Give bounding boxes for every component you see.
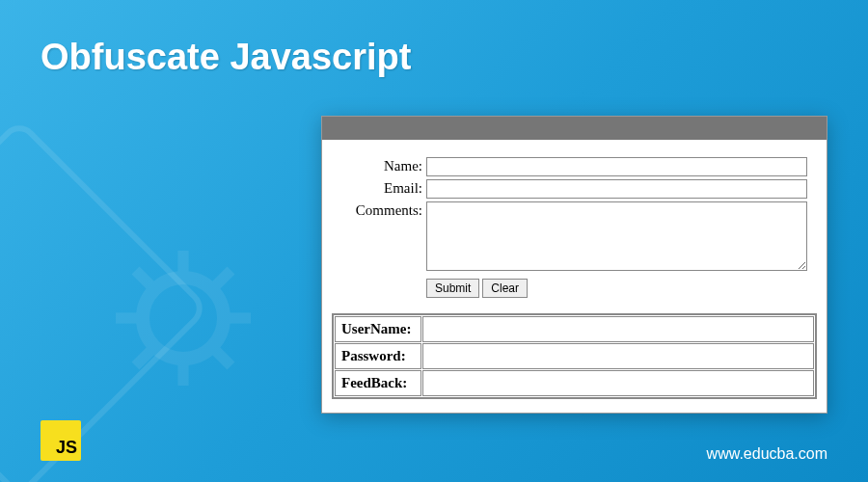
svg-rect-3 [116,312,140,323]
name-row: Name: [341,157,807,176]
js-logo-text: JS [56,438,77,458]
comments-label: Comments: [341,201,426,271]
username-value [422,316,814,342]
form-area: Name: Email: Comments: Submit Clear [322,140,827,313]
form-panel: Name: Email: Comments: Submit Clear User… [321,116,827,414]
password-label: Password: [335,343,421,369]
comments-textarea[interactable] [426,201,807,271]
email-label: Email: [341,179,426,199]
name-label: Name: [341,157,426,176]
email-input[interactable] [426,179,807,199]
svg-rect-1 [177,251,188,275]
js-logo-icon: JS [41,420,81,461]
password-value [422,343,814,369]
panel-header-bar [322,117,827,140]
table-row: FeedBack: [335,370,814,396]
feedback-label: FeedBack: [335,370,421,396]
button-row: Submit Clear [426,279,807,308]
feedback-value [422,370,814,396]
gear-icon [116,251,251,386]
svg-point-0 [143,278,224,359]
table-row: UserName: [335,316,814,342]
svg-rect-4 [227,312,251,323]
email-row: Email: [341,179,807,199]
table-row: Password: [335,343,814,369]
output-table: UserName: Password: FeedBack: [332,313,817,399]
clear-button[interactable]: Clear [482,279,528,298]
comments-row: Comments: [341,201,807,271]
website-url: www.educba.com [707,445,827,463]
submit-button[interactable]: Submit [426,279,479,298]
username-label: UserName: [335,316,421,342]
page-title: Obfuscate Javascript [41,37,411,78]
svg-rect-2 [177,362,188,386]
name-input[interactable] [426,157,807,176]
